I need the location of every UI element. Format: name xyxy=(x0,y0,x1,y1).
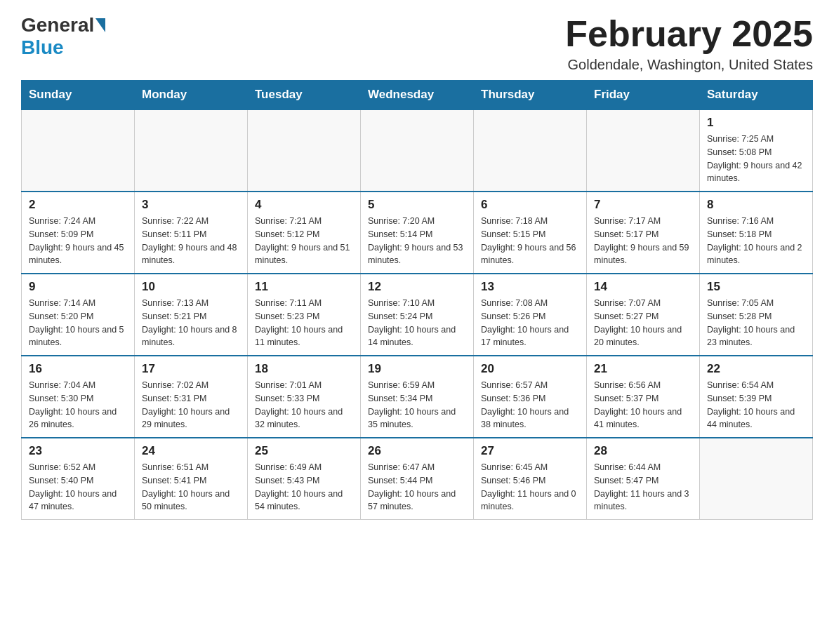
day-info: Sunrise: 7:08 AM Sunset: 5:26 PM Dayligh… xyxy=(481,297,579,349)
calendar-day-cell: 19Sunrise: 6:59 AM Sunset: 5:34 PM Dayli… xyxy=(361,356,474,438)
day-number: 9 xyxy=(29,280,127,294)
calendar-day-cell: 25Sunrise: 6:49 AM Sunset: 5:43 PM Dayli… xyxy=(248,438,361,520)
calendar-day-cell: 18Sunrise: 7:01 AM Sunset: 5:33 PM Dayli… xyxy=(248,356,361,438)
day-number: 8 xyxy=(707,198,805,212)
calendar-day-cell: 24Sunrise: 6:51 AM Sunset: 5:41 PM Dayli… xyxy=(135,438,248,520)
day-of-week-header: Friday xyxy=(587,81,700,110)
calendar-day-cell: 22Sunrise: 6:54 AM Sunset: 5:39 PM Dayli… xyxy=(700,356,813,438)
calendar-day-cell: 13Sunrise: 7:08 AM Sunset: 5:26 PM Dayli… xyxy=(474,274,587,356)
day-of-week-header: Thursday xyxy=(474,81,587,110)
logo-arrow-icon xyxy=(95,18,105,32)
logo-blue-text: Blue xyxy=(21,36,64,58)
day-number: 16 xyxy=(29,362,127,376)
calendar-week-row: 1Sunrise: 7:25 AM Sunset: 5:08 PM Daylig… xyxy=(22,109,813,192)
logo-general-text: General xyxy=(21,14,94,36)
calendar-day-cell: 28Sunrise: 6:44 AM Sunset: 5:47 PM Dayli… xyxy=(587,438,700,520)
day-info: Sunrise: 7:22 AM Sunset: 5:11 PM Dayligh… xyxy=(142,215,240,267)
day-info: Sunrise: 7:05 AM Sunset: 5:28 PM Dayligh… xyxy=(707,297,805,349)
day-of-week-header: Wednesday xyxy=(361,81,474,110)
calendar-day-cell: 17Sunrise: 7:02 AM Sunset: 5:31 PM Dayli… xyxy=(135,356,248,438)
day-info: Sunrise: 6:52 AM Sunset: 5:40 PM Dayligh… xyxy=(29,461,127,514)
day-number: 7 xyxy=(594,198,692,212)
calendar-day-cell: 11Sunrise: 7:11 AM Sunset: 5:23 PM Dayli… xyxy=(248,274,361,356)
day-info: Sunrise: 7:18 AM Sunset: 5:15 PM Dayligh… xyxy=(481,215,579,267)
calendar-day-cell: 26Sunrise: 6:47 AM Sunset: 5:44 PM Dayli… xyxy=(361,438,474,520)
day-info: Sunrise: 7:14 AM Sunset: 5:20 PM Dayligh… xyxy=(29,297,127,349)
calendar-day-cell: 8Sunrise: 7:16 AM Sunset: 5:18 PM Daylig… xyxy=(700,192,813,274)
day-number: 6 xyxy=(481,198,579,212)
day-info: Sunrise: 7:11 AM Sunset: 5:23 PM Dayligh… xyxy=(255,297,353,349)
calendar-day-cell: 12Sunrise: 7:10 AM Sunset: 5:24 PM Dayli… xyxy=(361,274,474,356)
calendar-day-cell: 23Sunrise: 6:52 AM Sunset: 5:40 PM Dayli… xyxy=(22,438,135,520)
day-info: Sunrise: 7:02 AM Sunset: 5:31 PM Dayligh… xyxy=(142,379,240,431)
calendar-week-row: 9Sunrise: 7:14 AM Sunset: 5:20 PM Daylig… xyxy=(22,274,813,356)
calendar-day-cell: 4Sunrise: 7:21 AM Sunset: 5:12 PM Daylig… xyxy=(248,192,361,274)
calendar-week-row: 23Sunrise: 6:52 AM Sunset: 5:40 PM Dayli… xyxy=(22,438,813,520)
day-number: 25 xyxy=(255,444,353,458)
calendar-day-cell: 20Sunrise: 6:57 AM Sunset: 5:36 PM Dayli… xyxy=(474,356,587,438)
calendar-day-cell xyxy=(700,438,813,520)
calendar-day-cell: 27Sunrise: 6:45 AM Sunset: 5:46 PM Dayli… xyxy=(474,438,587,520)
day-number: 20 xyxy=(481,362,579,376)
day-info: Sunrise: 7:20 AM Sunset: 5:14 PM Dayligh… xyxy=(368,215,466,267)
day-info: Sunrise: 6:47 AM Sunset: 5:44 PM Dayligh… xyxy=(368,461,466,514)
calendar-day-cell xyxy=(22,109,135,192)
day-info: Sunrise: 7:13 AM Sunset: 5:21 PM Dayligh… xyxy=(142,297,240,349)
day-number: 15 xyxy=(707,280,805,294)
calendar-week-row: 2Sunrise: 7:24 AM Sunset: 5:09 PM Daylig… xyxy=(22,192,813,274)
day-number: 10 xyxy=(142,280,240,294)
day-info: Sunrise: 6:51 AM Sunset: 5:41 PM Dayligh… xyxy=(142,461,240,514)
day-number: 12 xyxy=(368,280,466,294)
day-number: 26 xyxy=(368,444,466,458)
calendar-day-cell: 15Sunrise: 7:05 AM Sunset: 5:28 PM Dayli… xyxy=(700,274,813,356)
day-number: 13 xyxy=(481,280,579,294)
day-of-week-header: Monday xyxy=(135,81,248,110)
day-info: Sunrise: 6:45 AM Sunset: 5:46 PM Dayligh… xyxy=(481,461,579,514)
day-info: Sunrise: 7:25 AM Sunset: 5:08 PM Dayligh… xyxy=(707,133,805,185)
calendar-day-cell: 21Sunrise: 6:56 AM Sunset: 5:37 PM Dayli… xyxy=(587,356,700,438)
calendar-day-cell: 6Sunrise: 7:18 AM Sunset: 5:15 PM Daylig… xyxy=(474,192,587,274)
day-number: 18 xyxy=(255,362,353,376)
calendar-header-row: SundayMondayTuesdayWednesdayThursdayFrid… xyxy=(22,81,813,110)
day-number: 2 xyxy=(29,198,127,212)
calendar-day-cell: 2Sunrise: 7:24 AM Sunset: 5:09 PM Daylig… xyxy=(22,192,135,274)
location: Goldendale, Washington, United States xyxy=(565,57,813,73)
day-number: 27 xyxy=(481,444,579,458)
day-info: Sunrise: 6:44 AM Sunset: 5:47 PM Dayligh… xyxy=(594,461,692,514)
calendar-day-cell: 14Sunrise: 7:07 AM Sunset: 5:27 PM Dayli… xyxy=(587,274,700,356)
day-info: Sunrise: 6:54 AM Sunset: 5:39 PM Dayligh… xyxy=(707,379,805,431)
day-of-week-header: Tuesday xyxy=(248,81,361,110)
day-info: Sunrise: 7:10 AM Sunset: 5:24 PM Dayligh… xyxy=(368,297,466,349)
calendar-day-cell: 16Sunrise: 7:04 AM Sunset: 5:30 PM Dayli… xyxy=(22,356,135,438)
day-of-week-header: Sunday xyxy=(22,81,135,110)
calendar-day-cell xyxy=(587,109,700,192)
day-number: 21 xyxy=(594,362,692,376)
page-header: General Blue February 2025 Goldendale, W… xyxy=(21,14,813,73)
month-title: February 2025 xyxy=(565,14,813,54)
day-info: Sunrise: 7:01 AM Sunset: 5:33 PM Dayligh… xyxy=(255,379,353,431)
calendar-day-cell: 10Sunrise: 7:13 AM Sunset: 5:21 PM Dayli… xyxy=(135,274,248,356)
day-number: 24 xyxy=(142,444,240,458)
day-number: 17 xyxy=(142,362,240,376)
day-info: Sunrise: 7:16 AM Sunset: 5:18 PM Dayligh… xyxy=(707,215,805,267)
calendar-day-cell xyxy=(135,109,248,192)
day-number: 28 xyxy=(594,444,692,458)
logo: General Blue xyxy=(21,14,107,59)
day-info: Sunrise: 7:24 AM Sunset: 5:09 PM Dayligh… xyxy=(29,215,127,267)
calendar-day-cell: 9Sunrise: 7:14 AM Sunset: 5:20 PM Daylig… xyxy=(22,274,135,356)
title-section: February 2025 Goldendale, Washington, Un… xyxy=(565,14,813,73)
day-number: 5 xyxy=(368,198,466,212)
day-info: Sunrise: 7:07 AM Sunset: 5:27 PM Dayligh… xyxy=(594,297,692,349)
calendar-day-cell: 1Sunrise: 7:25 AM Sunset: 5:08 PM Daylig… xyxy=(700,109,813,192)
calendar-day-cell xyxy=(248,109,361,192)
calendar-day-cell xyxy=(474,109,587,192)
day-number: 19 xyxy=(368,362,466,376)
calendar-day-cell: 3Sunrise: 7:22 AM Sunset: 5:11 PM Daylig… xyxy=(135,192,248,274)
day-info: Sunrise: 7:17 AM Sunset: 5:17 PM Dayligh… xyxy=(594,215,692,267)
calendar-day-cell: 7Sunrise: 7:17 AM Sunset: 5:17 PM Daylig… xyxy=(587,192,700,274)
day-number: 22 xyxy=(707,362,805,376)
day-number: 3 xyxy=(142,198,240,212)
calendar-day-cell xyxy=(361,109,474,192)
day-of-week-header: Saturday xyxy=(700,81,813,110)
day-number: 23 xyxy=(29,444,127,458)
